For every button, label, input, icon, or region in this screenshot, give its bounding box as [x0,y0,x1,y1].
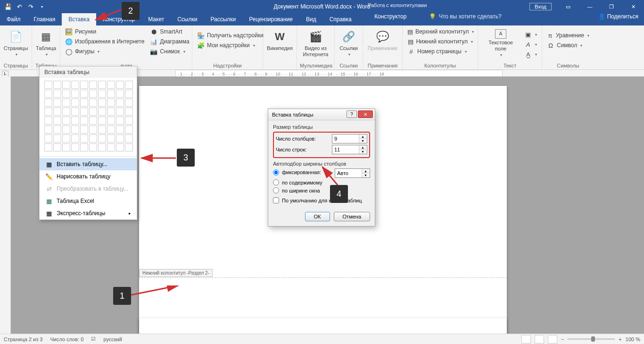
grid-cell[interactable] [80,81,88,89]
grid-cell[interactable] [44,143,52,151]
grid-cell[interactable] [89,99,97,107]
cols-down-icon[interactable]: ▼ [359,139,366,143]
fixed-up-icon[interactable]: ▲ [362,169,369,173]
ok-button[interactable]: ОК [305,212,330,221]
quick-parts-button[interactable]: ▣▾ [522,30,539,39]
wordart-button[interactable]: A▾ [522,40,539,49]
wikipedia-button[interactable]: W Википедия [266,27,294,53]
rows-input[interactable] [332,145,359,154]
word-count[interactable]: Число слов: 0 [50,336,83,342]
grid-cell[interactable] [62,117,70,125]
grid-cell[interactable] [71,143,79,151]
grid-cell[interactable] [53,134,61,143]
grid-cell[interactable] [44,108,52,116]
grid-cell[interactable] [53,117,61,125]
page-number-button[interactable]: #Номер страницы▾ [405,47,475,56]
grid-cell[interactable] [89,134,97,143]
chart-button[interactable]: 📊Диаграмма [148,37,191,46]
grid-cell[interactable] [53,143,61,151]
grid-cell[interactable] [71,126,79,134]
tab-layout[interactable]: Макет [141,13,171,25]
window-radio[interactable] [273,187,279,193]
grid-cell[interactable] [89,108,97,116]
grid-cell[interactable] [107,126,115,134]
view-read-icon[interactable] [521,335,531,344]
cols-input[interactable] [332,134,359,143]
links-button[interactable]: 🔗 Ссылки ▾ [338,27,360,59]
online-pictures-button[interactable]: 🌐Изображения в Интернете [63,37,146,46]
dialog-title-bar[interactable]: Вставка таблицы ? ✕ [268,109,375,120]
vertical-ruler[interactable] [0,76,11,334]
grid-cell[interactable] [98,126,106,134]
tab-insert[interactable]: Вставка [62,13,96,25]
grid-cell[interactable] [89,117,97,125]
tell-me-search[interactable]: 💡 Что вы хотите сделать? [429,13,502,20]
grid-cell[interactable] [80,126,88,134]
spell-check-icon[interactable]: ☑ [91,336,96,342]
table-button[interactable]: ▦ Таблица ▾ [35,27,57,59]
grid-cell[interactable] [44,81,52,89]
grid-cell[interactable] [80,99,88,107]
smartart-button[interactable]: ⬢SmartArt [148,27,191,36]
grid-cell[interactable] [53,126,61,134]
grid-cell[interactable] [107,143,115,151]
footer-button[interactable]: ▤Нижний колонтитул▾ [405,37,475,46]
tab-view[interactable]: Вид [299,13,323,25]
grid-cell[interactable] [62,134,70,143]
content-radio[interactable] [273,179,279,185]
grid-cell[interactable] [125,90,133,98]
grid-cell[interactable] [107,81,115,89]
tab-file[interactable]: Файл [0,13,27,25]
grid-cell[interactable] [98,108,106,116]
grid-cell[interactable] [98,117,106,125]
grid-cell[interactable] [62,143,70,151]
tab-review[interactable]: Рецензирование [242,13,299,25]
menu-draw-table[interactable]: ✏️Нарисовать таблицу [40,170,137,183]
grid-cell[interactable] [80,117,88,125]
grid-cell[interactable] [107,134,115,143]
grid-cell[interactable] [125,143,133,151]
grid-cell[interactable] [116,81,124,89]
grid-cell[interactable] [80,90,88,98]
zoom-level[interactable]: 100 % [626,336,640,342]
qat-customize-icon[interactable]: ▾ [37,1,47,12]
grid-cell[interactable] [116,99,124,107]
grid-cell[interactable] [116,143,124,151]
grid-cell[interactable] [44,117,52,125]
grid-cell[interactable] [53,108,61,116]
language-status[interactable]: русский [103,336,122,342]
menu-insert-table[interactable]: ▦Вставить таблицу... [40,158,137,170]
dropcap-button[interactable]: A̲▾ [522,50,539,59]
grid-cell[interactable] [71,90,79,98]
page-status[interactable]: Страница 2 из 3 [4,336,42,342]
grid-cell[interactable] [116,126,124,134]
menu-quick-tables[interactable]: ▦Экспресс-таблицы▸ [40,207,137,219]
cancel-button[interactable]: Отмена [334,212,370,221]
redo-icon[interactable]: ↷ [25,1,36,12]
grid-cell[interactable] [98,99,106,107]
restore-icon[interactable]: ❐ [601,0,622,13]
table-size-grid[interactable] [40,78,137,155]
grid-cell[interactable] [125,81,133,89]
zoom-slider[interactable] [568,338,615,340]
screenshot-button[interactable]: 📷Снимок▾ [148,47,191,56]
grid-cell[interactable] [44,126,52,134]
grid-cell[interactable] [116,134,124,143]
grid-cell[interactable] [98,134,106,143]
grid-cell[interactable] [125,134,133,143]
online-video-button[interactable]: 🎬 Видео из Интернета [300,27,331,59]
grid-cell[interactable] [71,134,79,143]
grid-cell[interactable] [62,108,70,116]
grid-cell[interactable] [80,108,88,116]
my-addins-button[interactable]: 🧩Мои надстройки▾ [195,41,260,50]
grid-cell[interactable] [53,99,61,107]
cols-spinner[interactable]: ▲▼ [332,134,367,143]
menu-excel-table[interactable]: ▦Таблица Excel [40,195,137,207]
login-button[interactable]: Вход [529,3,552,10]
page-2[interactable] [139,318,507,334]
grid-cell[interactable] [44,134,52,143]
grid-cell[interactable] [71,117,79,125]
tab-home[interactable]: Главная [27,13,62,25]
rows-spinner[interactable]: ▲▼ [332,145,367,154]
header-button[interactable]: ▤Верхний колонтитул▾ [405,27,475,36]
